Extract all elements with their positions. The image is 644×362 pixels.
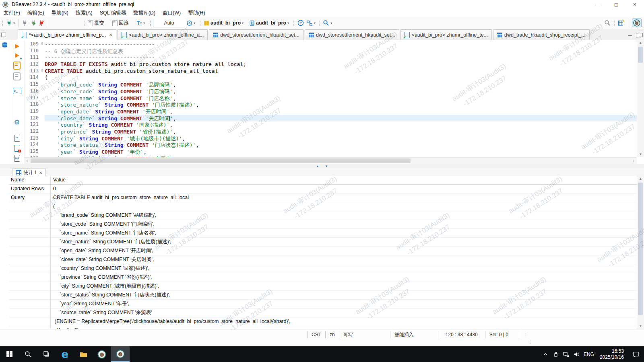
restore-panel-icon[interactable] bbox=[639, 33, 643, 37]
editor-horizontal-scrollbar[interactable]: ‹ › bbox=[24, 157, 637, 164]
grid-row-14[interactable]: `source_table` String COMMENT '来源表' bbox=[9, 309, 637, 317]
cell-value[interactable]: `brand_code` String COMMENT '品牌编码', bbox=[50, 211, 637, 220]
grid-row-13[interactable]: `year` String COMMENT '年份', bbox=[9, 300, 637, 309]
tray-chevron-up-icon[interactable] bbox=[540, 346, 551, 362]
scroll-up-icon[interactable]: ▲ bbox=[637, 40, 644, 46]
task-view-button[interactable] bbox=[37, 346, 56, 362]
caret-down-icon[interactable]: ▾ bbox=[287, 21, 289, 25]
code-line-116[interactable]: 116 `store_code` String COMMENT '门店编码', bbox=[24, 88, 637, 95]
menu-item-5[interactable]: 数据库(D) bbox=[130, 10, 159, 16]
cell-name[interactable] bbox=[9, 317, 50, 326]
disconnect-button[interactable] bbox=[37, 19, 46, 27]
save-file-button[interactable]: ! bbox=[14, 145, 20, 152]
rollback-button[interactable]: 回滚 bbox=[111, 19, 130, 27]
splitter-down-icon[interactable]: ▼ bbox=[325, 165, 328, 168]
grid-row-16[interactable]: '{replica}') bbox=[9, 326, 637, 329]
clock[interactable]: 16:53 2025/10/16 bbox=[596, 348, 628, 360]
grid-row-10[interactable]: `province` String COMMENT '省份(描述)', bbox=[9, 273, 637, 282]
menu-item-0[interactable]: 文件(F) bbox=[0, 10, 24, 16]
cell-value[interactable]: `store_nature` String COMMENT '门店性质(描述)'… bbox=[50, 238, 637, 246]
minimize-button[interactable]: — bbox=[588, 0, 607, 9]
grid-row-5[interactable]: `store_name` String COMMENT '门店名称', bbox=[9, 229, 637, 238]
caret-down-icon[interactable]: ▾ bbox=[314, 21, 316, 25]
close-icon[interactable]: ✕ bbox=[39, 171, 42, 175]
grid-row-6[interactable]: `store_nature` String COMMENT '门店性质(描述)'… bbox=[9, 238, 637, 247]
grid-row-1[interactable]: QueryCREATE TABLE audit_bi_pro.custom_st… bbox=[9, 193, 637, 202]
grid-row-12[interactable]: `store_status` String COMMENT '门店状态(描述)'… bbox=[9, 291, 637, 300]
commit-button[interactable]: 提交 bbox=[87, 19, 105, 27]
cell-name[interactable]: Query bbox=[9, 193, 50, 202]
code-line-114[interactable]: 114( bbox=[24, 74, 637, 81]
code-line-118[interactable]: 118 `store_nature` String COMMENT '门店性质(… bbox=[24, 101, 637, 108]
caret-down-icon[interactable]: ▾ bbox=[194, 21, 195, 25]
cell-name[interactable]: Updated Rows bbox=[9, 185, 50, 193]
scroll-left-icon[interactable]: ‹ bbox=[24, 158, 30, 164]
results-vertical-scrollbar[interactable]: ▲ ▼ bbox=[637, 176, 644, 329]
editor-tab-3[interactable]: dwd_storesettlement_hkaudit_set... bbox=[305, 29, 399, 40]
restore-panel-icon[interactable] bbox=[1, 33, 6, 37]
grid-row-8[interactable]: `close_date` String COMMENT '关店时间', bbox=[9, 255, 637, 264]
scroll-down-icon[interactable]: ▼ bbox=[637, 151, 644, 157]
editor-tab-0[interactable]: *<audit_bi_pro> zhumr_offline_p...✕ bbox=[18, 29, 116, 40]
menu-item-3[interactable]: 搜索(A) bbox=[72, 10, 96, 16]
grid-row-0[interactable]: Updated Rows0 bbox=[9, 185, 637, 193]
menu-item-1[interactable]: 编辑(E) bbox=[24, 10, 48, 16]
sql-search-button[interactable]: ▾ bbox=[322, 19, 333, 27]
editor-tab-4[interactable]: <audit_bi_pro> zhumr_offline_te... bbox=[400, 29, 492, 40]
execute-new-tab-button[interactable]: + bbox=[15, 53, 19, 58]
cell-value[interactable]: `store_name` String COMMENT '门店名称', bbox=[50, 229, 637, 237]
scrollbar-thumb[interactable] bbox=[638, 183, 643, 315]
scroll-right-icon[interactable]: › bbox=[631, 158, 637, 164]
schema-selector[interactable]: audit_bi_pro ▾ bbox=[248, 19, 290, 27]
code-line-115[interactable]: 115 `brand_code` String COMMENT '品牌编码', bbox=[24, 81, 637, 88]
code-line-109[interactable]: 109⊖----------------------------------- bbox=[24, 41, 637, 48]
splitter-up-icon[interactable]: ▲ bbox=[316, 165, 319, 168]
network-icon[interactable] bbox=[561, 346, 572, 362]
close-icon[interactable]: ✕ bbox=[109, 33, 112, 37]
transaction-log-button[interactable]: ▾ bbox=[185, 19, 196, 27]
cell-value[interactable]: `city` String COMMENT '城市(地级市)(描述)', bbox=[50, 282, 637, 290]
code-line-120[interactable]: 120 `close_date` String COMMENT '关店时间', bbox=[24, 115, 637, 122]
statistics-grid[interactable]: NameValueUpdated Rows0QueryCREATE TABLE … bbox=[9, 176, 637, 329]
editor-tab-5[interactable]: dwd_trade_hkaudit_shop_receipt_... bbox=[493, 29, 590, 40]
taskbar-search-button[interactable] bbox=[19, 346, 37, 362]
grid-row-15[interactable]: )ENGINE = ReplicatedMergeTree('/clickhou… bbox=[9, 317, 637, 326]
code-area[interactable]: 109⊖-----------------------------------1… bbox=[24, 41, 637, 158]
code-line-123[interactable]: 123 `city` String COMMENT '城市(地级市)(描述)', bbox=[24, 135, 637, 142]
code-line-122[interactable]: 122 `province` String COMMENT '省份(描述)', bbox=[24, 128, 637, 135]
usb-device-icon[interactable] bbox=[551, 346, 561, 362]
volume-icon[interactable] bbox=[572, 346, 582, 362]
dashboard-button[interactable] bbox=[296, 19, 305, 27]
cell-name[interactable] bbox=[9, 282, 50, 290]
cell-value[interactable]: ( bbox=[50, 202, 637, 211]
scrollbar-thumb[interactable] bbox=[31, 158, 411, 163]
fold-collapse-icon[interactable]: ⊖ bbox=[39, 41, 45, 48]
code-line-119[interactable]: 119 `open_date` String COMMENT '开店时间', bbox=[24, 108, 637, 115]
diagram-button[interactable]: ▾ bbox=[305, 19, 317, 27]
database-navigator-icon[interactable] bbox=[0, 42, 10, 48]
start-button[interactable] bbox=[0, 346, 19, 362]
code-line-125[interactable]: 125 `year` String COMMENT '年份', bbox=[24, 148, 637, 155]
cell-name[interactable] bbox=[9, 326, 50, 329]
cell-value[interactable]: `open_date` String COMMENT '开店时间', bbox=[50, 247, 637, 255]
fold-collapse-icon[interactable]: ⊖ bbox=[39, 68, 45, 75]
grid-row-2[interactable]: ( bbox=[9, 202, 637, 211]
menu-item-6[interactable]: 窗口(W) bbox=[159, 10, 184, 16]
export-script-button[interactable]: → bbox=[14, 135, 20, 142]
execute-statement-button[interactable] bbox=[15, 44, 19, 49]
code-line-111[interactable]: 111----------------------------------- bbox=[24, 54, 637, 61]
cell-name[interactable] bbox=[9, 309, 50, 317]
code-line-121[interactable]: 121 `country` String COMMENT '国家(描述)', bbox=[24, 121, 637, 128]
editor-vertical-scrollbar[interactable]: ▲ ▼ bbox=[637, 40, 644, 157]
column-header-value[interactable]: Value bbox=[50, 176, 637, 184]
file-explorer-icon[interactable] bbox=[74, 346, 93, 362]
close-button[interactable]: ✕ bbox=[625, 0, 644, 9]
code-line-112[interactable]: 112DROP TABLE IF EXISTS audit_bi_pro.cus… bbox=[24, 61, 637, 68]
explain-plan-button[interactable] bbox=[13, 72, 21, 80]
caret-down-icon[interactable]: ▾ bbox=[330, 21, 332, 25]
menu-item-4[interactable]: SQL 编辑器 bbox=[96, 10, 130, 16]
grid-row-3[interactable]: `brand_code` String COMMENT '品牌编码', bbox=[9, 211, 637, 220]
scrollbar-thumb[interactable] bbox=[638, 47, 643, 63]
cell-name[interactable] bbox=[9, 273, 50, 282]
cell-name[interactable] bbox=[9, 291, 50, 299]
